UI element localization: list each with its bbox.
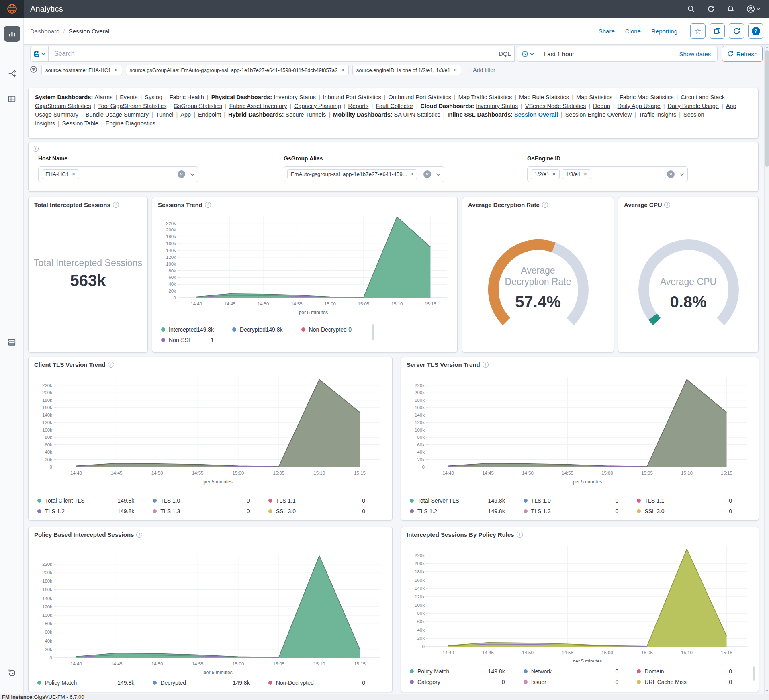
- legend-scrollbar[interactable]: [372, 324, 374, 340]
- legend-item[interactable]: Decrypted149.8k: [153, 677, 268, 688]
- scroll-down-arrow[interactable]: ▼: [765, 689, 769, 693]
- dashboard-link[interactable]: Tunnel: [156, 111, 174, 118]
- quick-time-menu[interactable]: [517, 46, 538, 61]
- clear-selection-button[interactable]: ✕: [667, 170, 675, 178]
- legend-item[interactable]: Category0: [410, 677, 524, 687]
- sidebar-item-topology[interactable]: [0, 69, 24, 78]
- add-filter-button[interactable]: + Add filter: [468, 67, 495, 73]
- page-scrollbar[interactable]: ▲ ▼: [764, 45, 769, 694]
- dashboard-link[interactable]: GsGroup Statistics: [174, 103, 222, 109]
- filter-pill[interactable]: source.gsGroupAlias: FmAuto-gsgroup-ssl_…: [126, 65, 349, 75]
- legend-item[interactable]: TLS 1.2149.8k: [410, 506, 524, 516]
- selected-option-pill[interactable]: FHA-HC1✕: [42, 169, 79, 179]
- dashboard-link[interactable]: Fault Collector: [376, 103, 413, 109]
- sidebar-item-reports[interactable]: [0, 338, 24, 346]
- clone-button[interactable]: Clone: [625, 28, 641, 35]
- remove-option-icon[interactable]: ✕: [410, 172, 413, 177]
- remove-option-icon[interactable]: ✕: [583, 172, 587, 177]
- dashboard-link[interactable]: Outbound Port Statistics: [389, 94, 451, 100]
- dashboard-link[interactable]: Fabric Asset Inventory: [229, 103, 287, 109]
- dashboard-link[interactable]: App: [180, 111, 191, 118]
- saved-queries-button[interactable]: [30, 46, 49, 62]
- show-dates-link[interactable]: Show dates: [679, 51, 711, 57]
- selected-option-pill[interactable]: 1/2/e1✕: [531, 169, 560, 179]
- legend-item[interactable]: Decrypted149.8k: [232, 324, 301, 335]
- scroll-up-arrow[interactable]: ▲: [765, 45, 769, 49]
- notifications-bell-icon[interactable]: [727, 5, 734, 13]
- legend-item[interactable]: TLS 1.30: [153, 506, 268, 516]
- legend-item[interactable]: Total Server TLS149.8k: [410, 495, 524, 506]
- remove-option-icon[interactable]: ✕: [552, 172, 556, 177]
- info-icon[interactable]: i: [108, 362, 114, 368]
- dashboard-link[interactable]: Inventory Status: [476, 103, 518, 109]
- legend-item[interactable]: Non-Decrypted0: [268, 677, 384, 688]
- sync-icon[interactable]: [707, 5, 715, 13]
- gsgroup-alias-combo[interactable]: FmAuto-gsgroup-ssl_app-1e1b7e27-e641-459…: [284, 166, 444, 182]
- filter-pill[interactable]: source.engineID: is one of 1/2/e1, 1/3/e…: [352, 65, 461, 75]
- dashboard-link[interactable]: Session Overall: [514, 111, 558, 118]
- time-range-value[interactable]: Last 1 hour: [544, 51, 574, 57]
- search-input[interactable]: [49, 50, 495, 57]
- reporting-button[interactable]: Reporting: [651, 28, 677, 35]
- dashboard-link[interactable]: Events: [120, 94, 137, 100]
- breadcrumb-dashboard[interactable]: Dashboard: [30, 28, 59, 35]
- info-icon[interactable]: i: [517, 532, 523, 538]
- info-icon[interactable]: i: [205, 202, 211, 208]
- sidebar-item-dashboards[interactable]: [4, 26, 20, 42]
- clear-selection-button[interactable]: ✕: [178, 170, 185, 178]
- legend-item[interactable]: Network0: [524, 666, 637, 677]
- legend-item[interactable]: Total Client TLS149.8k: [37, 495, 153, 506]
- legend-item[interactable]: Non-SSL1: [161, 335, 232, 345]
- favorite-star-button[interactable]: ☆: [690, 23, 706, 39]
- dashboard-link[interactable]: Engine Diagnostics: [106, 120, 155, 127]
- copy-dashboard-button[interactable]: [710, 23, 725, 39]
- legend-item[interactable]: Domain0: [637, 666, 751, 677]
- legend-item[interactable]: Intercepted149.8k: [161, 324, 232, 335]
- dashboard-link[interactable]: Secure Tunnels: [286, 111, 326, 118]
- query-language-button[interactable]: DQL: [495, 46, 515, 62]
- remove-filter-icon[interactable]: ✕: [341, 68, 344, 73]
- legend-item[interactable]: Policy Match149.8k: [410, 666, 524, 677]
- gigamon-logo[interactable]: [0, 0, 24, 18]
- dashboard-link[interactable]: VSeries Node Statistics: [525, 103, 586, 109]
- legend-item[interactable]: TLS 1.00: [153, 495, 268, 506]
- legend-item[interactable]: TLS 1.2149.8k: [37, 506, 153, 516]
- dashboard-link[interactable]: Daily Bundle Usage: [668, 103, 719, 109]
- sidebar-item-history[interactable]: [0, 669, 24, 677]
- dashboard-link[interactable]: Dedup: [593, 103, 610, 109]
- legend-item[interactable]: SSL 3.00: [637, 506, 751, 516]
- filter-pill[interactable]: source.hostname: FHA-HC1✕: [41, 65, 122, 75]
- legend-item[interactable]: Non-Decrypted0: [301, 324, 370, 335]
- info-icon[interactable]: i: [113, 202, 119, 208]
- host-name-combo[interactable]: FHA-HC1✕ ✕: [38, 166, 198, 182]
- dashboard-link[interactable]: Session Table: [62, 120, 98, 127]
- dashboard-link[interactable]: Map Traffic Statistics: [458, 94, 512, 100]
- legend-scrollbar[interactable]: [753, 666, 755, 681]
- dashboard-link[interactable]: Inventory Status: [274, 94, 316, 100]
- dashboard-link[interactable]: Reports: [348, 103, 369, 109]
- remove-filter-icon[interactable]: ✕: [454, 68, 457, 73]
- refresh-dashboard-button[interactable]: [729, 23, 744, 39]
- dashboard-link[interactable]: Daily App Usage: [618, 103, 661, 109]
- legend-item[interactable]: TLS 1.00: [524, 495, 637, 506]
- info-icon[interactable]: i: [664, 202, 670, 208]
- legend-item[interactable]: SSL 3.00: [268, 506, 384, 516]
- dashboard-link[interactable]: Syslog: [145, 94, 162, 100]
- dashboard-link[interactable]: Tool GigaStream Statistics: [98, 103, 166, 109]
- legend-item[interactable]: TLS 1.30: [524, 506, 637, 516]
- dashboard-link[interactable]: Session Engine Overview: [565, 111, 632, 118]
- selected-option-pill[interactable]: FmAuto-gsgroup-ssl_app-1e1b7e27-e641-459…: [287, 169, 417, 179]
- info-icon[interactable]: i: [542, 202, 548, 208]
- dashboard-link[interactable]: Inbound Port Statistics: [323, 94, 381, 100]
- dashboard-link[interactable]: Fabric Health: [170, 94, 204, 100]
- info-icon[interactable]: i: [136, 532, 142, 538]
- legend-item[interactable]: TLS 1.10: [268, 495, 384, 506]
- selected-option-pill[interactable]: 1/3/e1✕: [562, 169, 591, 179]
- dashboard-link[interactable]: Fabric Map Statistics: [620, 94, 674, 100]
- legend-item[interactable]: Issuer0: [524, 677, 637, 687]
- dashboard-link[interactable]: Alarms: [94, 94, 112, 100]
- search-icon[interactable]: [687, 5, 695, 13]
- refresh-button[interactable]: Refresh: [722, 46, 763, 62]
- legend-item[interactable]: TLS 1.10: [637, 495, 751, 506]
- dashboard-link[interactable]: Endpoint: [198, 111, 221, 118]
